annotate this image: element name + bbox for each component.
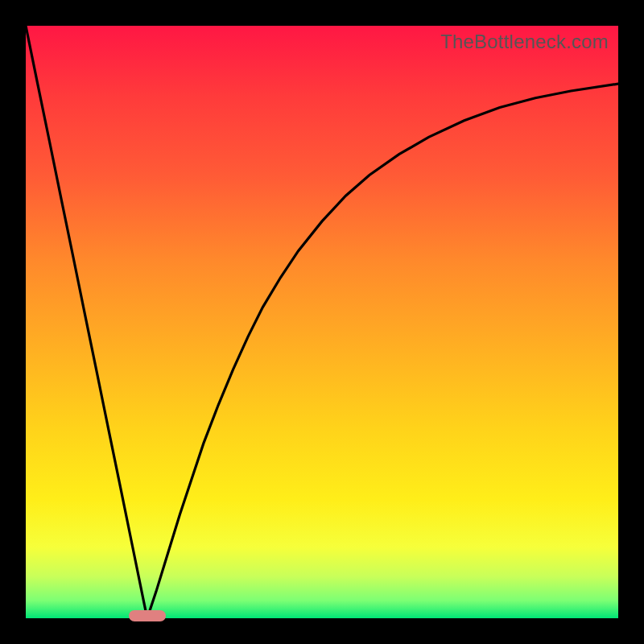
plot-area: TheBottleneck.com (26, 26, 618, 618)
chart-frame: TheBottleneck.com (0, 0, 644, 644)
curve-svg (26, 26, 618, 618)
bottleneck-marker (129, 610, 166, 621)
curve-right (147, 84, 618, 618)
curve-left (26, 26, 147, 618)
